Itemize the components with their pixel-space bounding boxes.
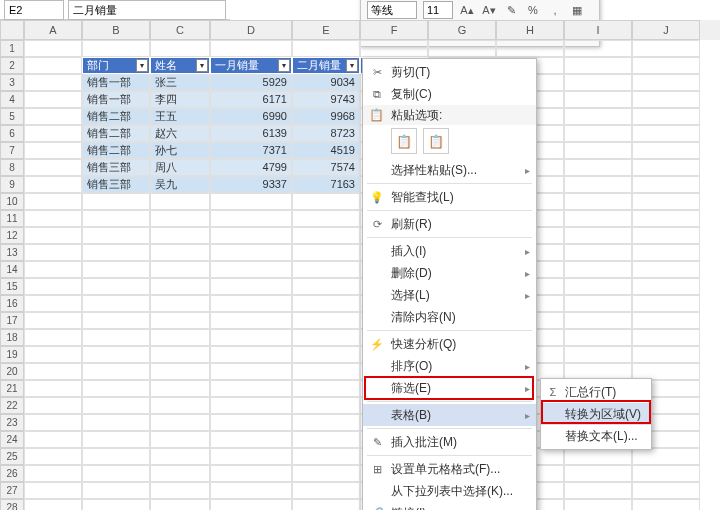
cell[interactable] [632,499,700,510]
cell[interactable] [24,193,82,210]
menu-filter[interactable]: 筛选(E) [363,377,536,399]
cell[interactable] [632,57,700,74]
submenu-totals-row[interactable]: Σ汇总行(T) [541,381,651,403]
cell[interactable] [24,210,82,227]
cell[interactable] [564,312,632,329]
cell[interactable] [150,312,210,329]
cell[interactable]: 销售一部 [82,91,150,108]
cell[interactable] [24,448,82,465]
col-header[interactable]: C [150,20,210,40]
row-header[interactable]: 4 [0,91,24,108]
row-header[interactable]: 14 [0,261,24,278]
cell[interactable] [82,414,150,431]
cell[interactable] [24,465,82,482]
row-header[interactable]: 20 [0,363,24,380]
cell[interactable] [632,108,700,125]
cell[interactable] [292,227,360,244]
cell[interactable] [24,329,82,346]
cell[interactable] [210,482,292,499]
cell[interactable] [292,465,360,482]
cell[interactable]: 9968 [292,108,360,125]
cell[interactable] [24,125,82,142]
cell[interactable] [632,176,700,193]
cell[interactable] [292,244,360,261]
cell[interactable] [564,142,632,159]
cell[interactable] [24,227,82,244]
cell[interactable] [564,346,632,363]
row-header[interactable]: 9 [0,176,24,193]
cell[interactable] [82,278,150,295]
cell[interactable] [564,482,632,499]
cell[interactable] [210,40,292,57]
row-header[interactable]: 27 [0,482,24,499]
cell[interactable] [82,363,150,380]
cell[interactable] [632,210,700,227]
cell[interactable] [82,380,150,397]
cell[interactable] [24,363,82,380]
cell[interactable] [292,261,360,278]
cell[interactable] [564,91,632,108]
cell[interactable] [632,74,700,91]
cell[interactable]: 张三 [150,74,210,91]
col-header[interactable]: J [632,20,700,40]
cell[interactable] [24,108,82,125]
cell[interactable] [632,295,700,312]
cell[interactable] [82,499,150,510]
row-header[interactable]: 21 [0,380,24,397]
cell[interactable] [82,295,150,312]
cell[interactable] [564,193,632,210]
row-header[interactable]: 28 [0,499,24,510]
cell[interactable] [150,363,210,380]
cell[interactable] [292,431,360,448]
border-icon[interactable]: ▦ [569,2,585,18]
col-header[interactable]: F [360,20,428,40]
cell[interactable] [292,210,360,227]
menu-delete[interactable]: 删除(D) [363,262,536,284]
cell[interactable] [564,159,632,176]
cell[interactable] [564,499,632,510]
cell[interactable] [210,329,292,346]
cell[interactable]: 销售三部 [82,176,150,193]
cell[interactable] [82,261,150,278]
cell[interactable] [24,40,82,57]
row-header[interactable]: 6 [0,125,24,142]
cell[interactable]: 销售二部 [82,142,150,159]
cell[interactable] [82,40,150,57]
cell[interactable] [632,465,700,482]
cell[interactable] [292,312,360,329]
row-header[interactable]: 11 [0,210,24,227]
percent-icon[interactable]: % [525,2,541,18]
cell[interactable] [24,261,82,278]
row-header[interactable]: 7 [0,142,24,159]
cell[interactable] [150,414,210,431]
cell[interactable]: 姓名▾ [150,57,210,74]
cell[interactable] [210,261,292,278]
cell[interactable] [150,482,210,499]
menu-copy[interactable]: ⧉复制(C) [363,83,536,105]
cell[interactable] [292,40,360,57]
paste-option-1[interactable]: 📋 [391,128,417,154]
cell[interactable] [210,227,292,244]
cell[interactable] [24,278,82,295]
cell[interactable] [24,431,82,448]
row-header[interactable]: 15 [0,278,24,295]
cell[interactable] [82,227,150,244]
cell[interactable]: 部门▾ [82,57,150,74]
cell[interactable] [210,431,292,448]
cell[interactable]: 8723 [292,125,360,142]
col-header[interactable]: A [24,20,82,40]
cell[interactable] [82,482,150,499]
col-header[interactable]: B [82,20,150,40]
col-header[interactable]: G [428,20,496,40]
row-header[interactable]: 13 [0,244,24,261]
cell[interactable] [292,278,360,295]
cell[interactable]: 4799 [210,159,292,176]
cell[interactable] [564,244,632,261]
menu-select[interactable]: 选择(L) [363,284,536,306]
row-header[interactable]: 24 [0,431,24,448]
cell[interactable] [564,465,632,482]
cell[interactable] [564,57,632,74]
cell[interactable] [210,465,292,482]
cell[interactable] [24,159,82,176]
cell[interactable] [150,210,210,227]
